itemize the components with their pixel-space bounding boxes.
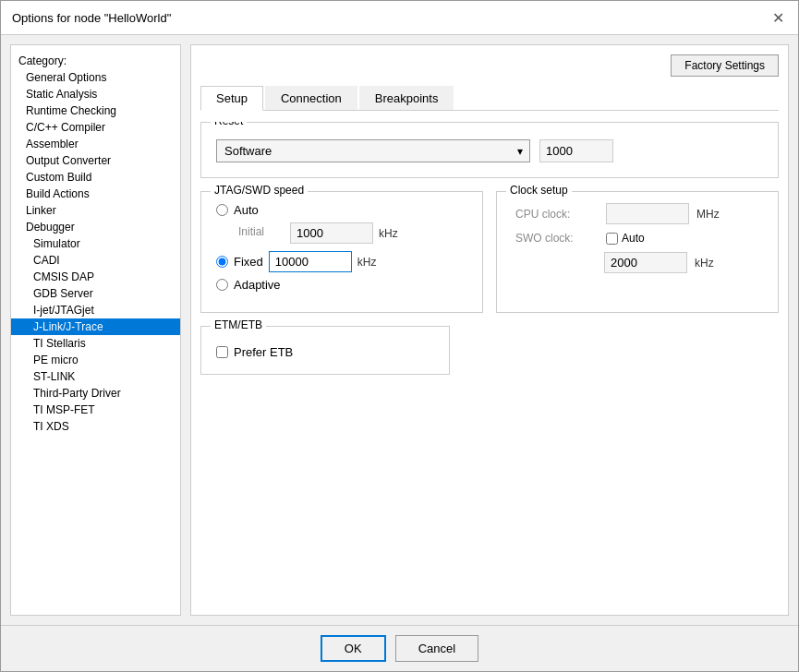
sidebar-item-custom-build[interactable]: Custom Build	[11, 169, 180, 186]
sidebar-item-static-analysis[interactable]: Static Analysis	[11, 86, 180, 102]
ok-button[interactable]: OK	[321, 635, 386, 662]
sidebar-item-build-actions[interactable]: Build Actions	[11, 186, 180, 202]
dialog-footer: OK Cancel	[1, 625, 798, 671]
sidebar: Category: General OptionsStatic Analysis…	[10, 44, 181, 616]
cpu-clock-row: CPU clock: MHz	[512, 203, 763, 224]
sidebar-item-st-link[interactable]: ST-LINK	[11, 368, 180, 385]
sidebar-item-linker[interactable]: Linker	[11, 202, 180, 219]
tabs: Setup Connection Breakpoints	[200, 86, 779, 111]
initial-label: Initial	[238, 225, 284, 238]
tab-setup[interactable]: Setup	[200, 86, 263, 111]
sidebar-item-jlink[interactable]: J-Link/J-Trace	[11, 318, 180, 335]
cancel-button[interactable]: Cancel	[395, 635, 478, 662]
fixed-input[interactable]	[269, 251, 352, 272]
content-area: Reset Software Hardware Core	[200, 122, 779, 606]
cpu-clock-unit: MHz	[696, 208, 720, 221]
swo-auto-text: Auto	[622, 232, 645, 245]
clock-legend: Clock setup	[506, 184, 572, 197]
cpu-clock-input[interactable]	[606, 203, 689, 224]
auto-radio[interactable]	[216, 204, 228, 216]
dialog: Options for node "HelloWorld" ✕ Category…	[0, 0, 799, 672]
reset-legend: Reset	[211, 122, 247, 127]
sidebar-item-ti-xds[interactable]: TI XDS	[11, 418, 180, 435]
fixed-unit: kHz	[357, 256, 377, 269]
sidebar-item-i-jet[interactable]: I-jet/JTAGjet	[11, 302, 180, 318]
reset-input[interactable]	[539, 139, 613, 162]
cpu-clock-label: CPU clock:	[515, 208, 599, 221]
dialog-title: Options for node "HelloWorld"	[12, 11, 171, 25]
clock-section: Clock setup CPU clock: MHz SWO clock: Au…	[496, 191, 779, 313]
swo-clock-row: SWO clock: Auto	[512, 232, 763, 245]
reset-select-wrapper: Software Hardware Core	[216, 139, 530, 162]
auto-radio-row: Auto	[216, 203, 467, 217]
category-label: Category:	[11, 53, 180, 69]
sidebar-item-cmsis-dap[interactable]: CMSIS DAP	[11, 269, 180, 285]
swo-value-row: kHz	[512, 252, 763, 273]
reset-section: Reset Software Hardware Core	[200, 122, 779, 178]
prefer-etb-checkbox[interactable]	[216, 346, 228, 358]
sidebar-item-runtime-checking[interactable]: Runtime Checking	[11, 102, 180, 119]
main-panel: Factory Settings Setup Connection Breakp…	[190, 44, 789, 616]
sidebar-item-pe-micro[interactable]: PE micro	[11, 352, 180, 368]
swo-clock-label: SWO clock:	[515, 232, 599, 245]
two-col-sections: JTAG/SWD speed Auto Initial kHz	[200, 191, 779, 326]
close-button[interactable]: ✕	[769, 8, 787, 27]
sidebar-item-cpp-compiler[interactable]: C/C++ Compiler	[11, 119, 180, 136]
sidebar-item-cadi[interactable]: CADI	[11, 252, 180, 269]
swo-auto-checkbox[interactable]	[606, 233, 618, 245]
tab-breakpoints[interactable]: Breakpoints	[359, 86, 454, 110]
sidebar-item-ti-stellaris[interactable]: TI Stellaris	[11, 335, 180, 352]
sidebar-item-debugger[interactable]: Debugger	[11, 219, 180, 235]
jtag-legend: JTAG/SWD speed	[211, 184, 308, 197]
factory-settings-button[interactable]: Factory Settings	[671, 54, 779, 77]
swo-auto-label: Auto	[606, 232, 645, 245]
initial-unit: kHz	[379, 227, 398, 240]
adaptive-radio[interactable]	[216, 279, 228, 291]
reset-row: Software Hardware Core	[216, 139, 763, 162]
adaptive-label: Adaptive	[234, 278, 281, 292]
sidebar-item-general-options[interactable]: General Options	[11, 69, 180, 86]
fixed-label: Fixed	[234, 255, 263, 269]
sidebar-item-simulator[interactable]: Simulator	[11, 235, 180, 252]
sidebar-item-output-converter[interactable]: Output Converter	[11, 152, 180, 169]
initial-row: Initial kHz	[216, 222, 467, 244]
sidebar-item-assembler[interactable]: Assembler	[11, 136, 180, 152]
factory-btn-row: Factory Settings	[200, 54, 779, 77]
fixed-radio-row: Fixed kHz	[216, 251, 467, 272]
adaptive-radio-row: Adaptive	[216, 278, 467, 292]
etm-section: ETM/ETB Prefer ETB	[200, 326, 450, 375]
swo-value-input[interactable]	[604, 252, 687, 273]
initial-input[interactable]	[290, 222, 373, 244]
etm-legend: ETM/ETB	[211, 318, 266, 331]
auto-label: Auto	[234, 203, 259, 217]
prefer-etb-label: Prefer ETB	[234, 345, 293, 359]
swo-unit: kHz	[695, 257, 714, 270]
tab-connection[interactable]: Connection	[265, 86, 357, 110]
sidebar-item-ti-msp-fet[interactable]: TI MSP-FET	[11, 402, 180, 418]
sidebar-item-third-party[interactable]: Third-Party Driver	[11, 385, 180, 402]
jtag-section: JTAG/SWD speed Auto Initial kHz	[200, 191, 483, 313]
reset-select[interactable]: Software Hardware Core	[216, 139, 530, 162]
prefer-etb-row: Prefer ETB	[216, 345, 434, 359]
title-bar: Options for node "HelloWorld" ✕	[1, 1, 798, 35]
fixed-radio[interactable]	[216, 256, 228, 268]
sidebar-item-gdb-server[interactable]: GDB Server	[11, 285, 180, 302]
dialog-body: Category: General OptionsStatic Analysis…	[1, 35, 798, 625]
